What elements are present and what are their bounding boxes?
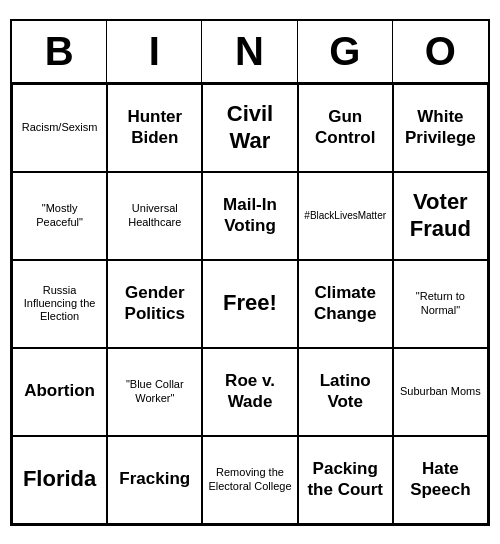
- bingo-cell-24[interactable]: Hate Speech: [393, 436, 488, 524]
- bingo-cell-9[interactable]: Voter Fraud: [393, 172, 488, 260]
- bingo-cell-12[interactable]: Free!: [202, 260, 297, 348]
- bingo-letter-o: O: [393, 21, 488, 82]
- bingo-letter-i: I: [107, 21, 202, 82]
- bingo-header: BINGO: [12, 21, 488, 84]
- bingo-cell-10[interactable]: Russia Influencing the Election: [12, 260, 107, 348]
- bingo-cell-4[interactable]: White Privilege: [393, 84, 488, 172]
- bingo-cell-22[interactable]: Removing the Electoral College: [202, 436, 297, 524]
- bingo-cell-16[interactable]: "Blue Collar Worker": [107, 348, 202, 436]
- bingo-cell-14[interactable]: "Return to Normal": [393, 260, 488, 348]
- bingo-cell-8[interactable]: #BlackLivesMatter: [298, 172, 393, 260]
- bingo-letter-n: N: [202, 21, 297, 82]
- bingo-cell-21[interactable]: Fracking: [107, 436, 202, 524]
- bingo-cell-17[interactable]: Roe v. Wade: [202, 348, 297, 436]
- bingo-cell-5[interactable]: "Mostly Peaceful": [12, 172, 107, 260]
- bingo-cell-19[interactable]: Suburban Moms: [393, 348, 488, 436]
- bingo-card: BINGO Racism/SexismHunter BidenCivil War…: [10, 19, 490, 526]
- bingo-cell-6[interactable]: Universal Healthcare: [107, 172, 202, 260]
- bingo-cell-1[interactable]: Hunter Biden: [107, 84, 202, 172]
- bingo-cell-2[interactable]: Civil War: [202, 84, 297, 172]
- bingo-grid: Racism/SexismHunter BidenCivil WarGun Co…: [12, 84, 488, 524]
- bingo-letter-g: G: [298, 21, 393, 82]
- bingo-cell-0[interactable]: Racism/Sexism: [12, 84, 107, 172]
- bingo-cell-20[interactable]: Florida: [12, 436, 107, 524]
- bingo-cell-11[interactable]: Gender Politics: [107, 260, 202, 348]
- bingo-cell-15[interactable]: Abortion: [12, 348, 107, 436]
- bingo-letter-b: B: [12, 21, 107, 82]
- bingo-cell-3[interactable]: Gun Control: [298, 84, 393, 172]
- bingo-cell-13[interactable]: Climate Change: [298, 260, 393, 348]
- bingo-cell-7[interactable]: Mail-In Voting: [202, 172, 297, 260]
- bingo-cell-23[interactable]: Packing the Court: [298, 436, 393, 524]
- bingo-cell-18[interactable]: Latino Vote: [298, 348, 393, 436]
